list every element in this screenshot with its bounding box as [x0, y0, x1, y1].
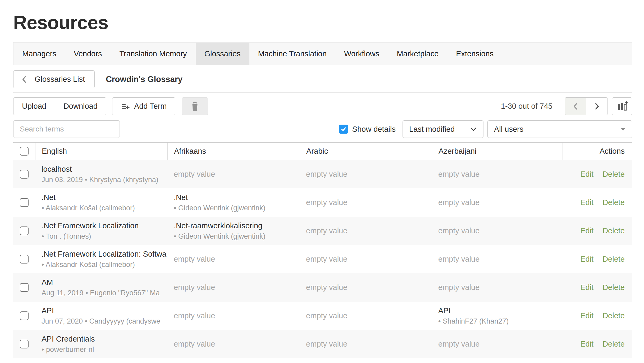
edit-link[interactable]: Edit — [580, 340, 593, 348]
edit-link[interactable]: Edit — [580, 226, 593, 235]
empty-value-label: empty value — [438, 170, 563, 179]
table-header: EnglishAfrikaansArabicAzerbaijaniActions — [13, 143, 632, 160]
term-detail: Aug 11, 2019 • Eugenio "Ryo567" Ma — [42, 288, 167, 298]
tab-translation-memory[interactable]: Translation Memory — [111, 43, 195, 65]
term-detail: Jun 03, 2019 • Khrystyna (khrystyna) — [42, 174, 167, 185]
azerbaijani-cell: empty value — [432, 217, 563, 245]
empty-value-label: empty value — [174, 340, 300, 348]
tab-extensions[interactable]: Extensions — [447, 43, 502, 65]
english-cell: .Net Framework Localization• Ton . (Tonn… — [35, 217, 167, 245]
actions-cell: EditDelete — [563, 188, 632, 217]
empty-value-label: empty value — [306, 340, 432, 348]
prev-page-button[interactable] — [565, 97, 586, 115]
term-text: .Net Framework Localization: Softwa — [42, 249, 167, 259]
upload-button[interactable]: Upload — [13, 97, 55, 115]
actions-cell: EditDelete — [563, 217, 632, 245]
delete-link[interactable]: Delete — [602, 283, 625, 292]
empty-value-label: empty value — [174, 170, 300, 179]
back-button-label: Glossaries List — [35, 75, 85, 84]
column-header-arabic: Arabic — [300, 143, 432, 160]
delete-link[interactable]: Delete — [602, 255, 625, 264]
arabic-cell: empty value — [300, 302, 432, 330]
row-checkbox[interactable] — [20, 283, 29, 292]
tab-marketplace[interactable]: Marketplace — [388, 43, 447, 65]
azerbaijani-cell: empty value — [432, 188, 563, 217]
tab-glossaries[interactable]: Glossaries — [196, 43, 249, 65]
divider — [13, 92, 632, 93]
download-button[interactable]: Download — [55, 97, 106, 115]
table-row: AMAug 11, 2019 • Eugenio "Ryo567" Maempt… — [13, 273, 632, 302]
empty-value-label: empty value — [438, 283, 563, 292]
delete-link[interactable]: Delete — [602, 226, 625, 235]
tab-managers[interactable]: Managers — [13, 43, 65, 65]
term-detail: • Alaksandr Košal (callmebor) — [42, 203, 167, 213]
delete-link[interactable]: Delete — [602, 311, 625, 320]
afrikaans-cell: empty value — [167, 273, 300, 302]
tab-vendors[interactable]: Vendors — [65, 43, 111, 65]
table-row: APIJun 07, 2020 • Candyyyyy (candysweemp… — [13, 302, 632, 330]
configure-columns-button[interactable] — [612, 97, 632, 115]
search-input[interactable] — [13, 120, 120, 138]
english-cell: .Net• Alaksandr Košal (callmebor) — [35, 188, 167, 217]
next-page-button[interactable] — [586, 97, 608, 115]
add-term-icon — [121, 102, 130, 111]
show-details-checkbox[interactable] — [339, 125, 348, 134]
row-checkbox[interactable] — [20, 170, 29, 179]
afrikaans-cell: empty value — [167, 330, 300, 358]
row-checkbox-cell — [13, 160, 35, 188]
row-checkbox-cell — [13, 273, 35, 302]
empty-value-label: empty value — [174, 283, 300, 292]
english-cell: AMAug 11, 2019 • Eugenio "Ryo567" Ma — [35, 273, 167, 302]
term-detail: • powerburner-nl — [42, 344, 167, 355]
select-all-checkbox[interactable] — [20, 147, 29, 156]
edit-link[interactable]: Edit — [580, 170, 593, 179]
pager — [565, 97, 608, 115]
arabic-cell: empty value — [300, 160, 432, 188]
row-checkbox[interactable] — [20, 255, 29, 264]
row-checkbox[interactable] — [20, 311, 29, 320]
empty-value-label: empty value — [438, 255, 563, 264]
empty-value-label: empty value — [438, 340, 563, 348]
arabic-cell: empty value — [300, 273, 432, 302]
delete-selected-button[interactable] — [182, 97, 208, 115]
users-filter-value: All users — [494, 125, 523, 134]
tab-machine-translation[interactable]: Machine Translation — [249, 43, 336, 65]
delete-link[interactable]: Delete — [602, 170, 625, 179]
terms-table: EnglishAfrikaansArabicAzerbaijaniActions… — [13, 142, 632, 358]
checkmark-icon — [340, 126, 347, 132]
term-text: localhost — [42, 164, 167, 174]
glossaries-list-back-button[interactable]: Glossaries List — [13, 70, 95, 88]
empty-value-label: empty value — [306, 198, 432, 207]
azerbaijani-cell: empty value — [432, 245, 563, 273]
users-filter-select[interactable]: All users — [487, 120, 632, 138]
row-checkbox[interactable] — [20, 340, 29, 348]
chevron-down-icon — [470, 126, 477, 132]
delete-link[interactable]: Delete — [602, 340, 625, 348]
delete-link[interactable]: Delete — [602, 198, 625, 207]
arabic-cell: empty value — [300, 217, 432, 245]
arabic-cell: empty value — [300, 188, 432, 217]
show-details-label[interactable]: Show details — [352, 125, 396, 134]
row-checkbox[interactable] — [20, 198, 29, 207]
azerbaijani-cell: API• ShahinF27 (Khan27) — [432, 302, 563, 330]
arabic-cell: empty value — [300, 245, 432, 273]
afrikaans-cell: .Net-raamwerklokalisering• Gideon Wentin… — [167, 217, 300, 245]
add-term-label: Add Term — [134, 102, 167, 111]
add-term-button[interactable]: Add Term — [112, 97, 176, 115]
table-row: API Credentials• powerburner-nlempty val… — [13, 330, 632, 358]
sort-select[interactable]: Last modified — [403, 120, 483, 138]
edit-link[interactable]: Edit — [580, 283, 593, 292]
edit-link[interactable]: Edit — [580, 198, 593, 207]
sort-select-value: Last modified — [409, 125, 455, 134]
empty-value-label: empty value — [306, 311, 432, 320]
azerbaijani-cell: empty value — [432, 330, 563, 358]
row-checkbox-cell — [13, 302, 35, 330]
tab-workflows[interactable]: Workflows — [335, 43, 388, 65]
english-cell: .Net Framework Localization: Softwa• Ala… — [35, 245, 167, 273]
term-detail: • Alaksandr Košal (callmebor) — [42, 259, 167, 270]
filter-row: Show details Last modified All users — [13, 120, 632, 138]
edit-link[interactable]: Edit — [580, 311, 593, 320]
row-checkbox[interactable] — [20, 226, 29, 235]
term-detail: Jun 07, 2020 • Candyyyyy (candyswe — [42, 316, 167, 326]
edit-link[interactable]: Edit — [580, 255, 593, 264]
